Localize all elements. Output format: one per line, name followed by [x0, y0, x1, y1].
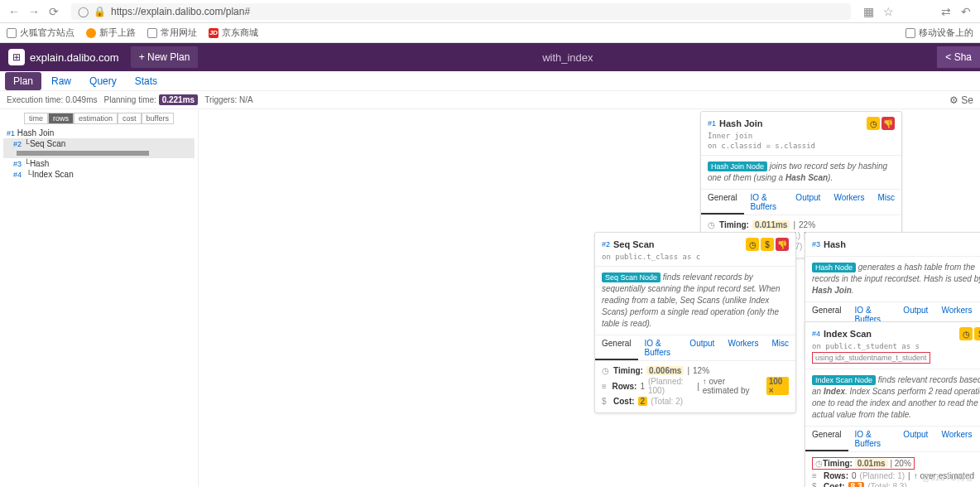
star-icon[interactable]: ☆: [881, 4, 896, 19]
filter-estimation[interactable]: estimation: [74, 113, 118, 124]
plan-time: Planning time: 0.221ms: [104, 95, 199, 104]
dollar-icon: $: [812, 482, 820, 487]
filter-buttons: time rows estimation cost buffers: [3, 113, 195, 124]
node-title: Hash Join: [719, 118, 763, 128]
folder-icon: [906, 28, 915, 38]
node-tab-workers[interactable]: Workers: [827, 190, 871, 215]
node-title: Seq Scan: [613, 239, 655, 249]
folder-icon: [147, 28, 157, 38]
tree-seq-scan[interactable]: #2 └Seq Scan: [3, 138, 195, 158]
app-header: ⊞ explain.dalibo.com + New Plan with_ind…: [0, 43, 980, 71]
filter-time[interactable]: time: [24, 113, 48, 124]
node-tab-output[interactable]: Output: [896, 427, 934, 451]
address-bar[interactable]: ◯ 🔒 https://explain.dalibo.com/plan#: [71, 3, 851, 20]
node-tab-workers[interactable]: Workers: [934, 427, 978, 451]
node-title: Index Scan: [824, 329, 872, 339]
reader-icon[interactable]: ▦: [861, 4, 876, 19]
filter-rows[interactable]: rows: [48, 113, 74, 124]
tab-raw[interactable]: Raw: [43, 72, 79, 90]
node-tab-output[interactable]: Output: [789, 190, 827, 215]
node-tab-misc[interactable]: Misc: [765, 335, 795, 360]
node-description: Hash Join Node joins two record sets by …: [701, 156, 901, 189]
node-tab-io[interactable]: IO & Buffers: [638, 335, 684, 360]
tree-index-scan[interactable]: #4 └Index Scan: [3, 169, 195, 180]
forward-button[interactable]: →: [26, 4, 41, 19]
sync-icon[interactable]: ⇄: [939, 4, 954, 19]
node-seq-scan[interactable]: #2 Seq Scan ◷ $ 👎 on public.t_class as c…: [594, 232, 796, 413]
node-description: Seq Scan Node finds relevant records by …: [595, 267, 795, 335]
watermark: @51CTO博客: [922, 472, 973, 484]
thumbs-down-icon: 👎: [776, 238, 789, 251]
clock-icon: ◷: [746, 238, 759, 251]
jd-icon: JD: [209, 28, 219, 38]
node-description: Index Scan Node finds relevant records b…: [805, 369, 980, 426]
plan-title: with_index: [198, 51, 937, 64]
clock-icon: ◷: [959, 327, 973, 340]
firefox-icon: [86, 28, 96, 38]
dollar-icon: $: [602, 397, 610, 406]
back-button[interactable]: ←: [7, 4, 22, 19]
bookmarks-bar: 火狐官方站点 新手上路 常用网址 JD京东商城 移动设备上的: [0, 23, 980, 43]
tree-hash[interactable]: #3 └Hash: [3, 158, 195, 169]
dollar-icon: $: [974, 327, 980, 340]
node-tab-general[interactable]: General: [805, 427, 848, 451]
rows-icon: ≡: [812, 471, 820, 480]
tab-query[interactable]: Query: [81, 72, 125, 90]
new-plan-button[interactable]: + New Plan: [131, 46, 199, 68]
sidebar: time rows estimation cost buffers #1 Has…: [0, 109, 199, 487]
app-logo[interactable]: ⊞ explain.dalibo.com: [0, 49, 127, 65]
folder-icon: [7, 28, 17, 38]
reload-button[interactable]: ⟳: [46, 4, 61, 19]
node-tab-workers[interactable]: Workers: [721, 335, 765, 360]
view-tabs: Plan Raw Query Stats: [0, 71, 980, 91]
filter-cost[interactable]: cost: [118, 113, 142, 124]
node-tab-general[interactable]: General: [595, 335, 638, 360]
settings-button[interactable]: ⚙ Se: [949, 94, 973, 106]
clock-icon: ◷: [867, 117, 880, 130]
lock-icon: 🔒: [94, 6, 106, 17]
thumbs-down-icon: 👎: [882, 117, 895, 130]
clock-icon: ◷: [708, 220, 716, 229]
browser-toolbar: ← → ⟳ ◯ 🔒 https://explain.dalibo.com/pla…: [0, 0, 980, 23]
progress-bar: [17, 151, 149, 156]
rows-icon: ≡: [602, 382, 608, 391]
node-tab-misc[interactable]: Misc: [871, 190, 901, 215]
node-tab-io[interactable]: IO & Buffers: [744, 190, 790, 215]
shield-icon: ◯: [78, 6, 89, 17]
node-tab-io[interactable]: IO & Buffers: [848, 427, 897, 451]
highlighted-index: using idx_studentname_t_student: [812, 352, 930, 364]
bookmark-newbie[interactable]: 新手上路: [86, 27, 136, 39]
plan-canvas[interactable]: #1 Hash Join ◷ 👎 Inner join on c.classid…: [199, 109, 980, 487]
bookmark-common[interactable]: 常用网址: [147, 27, 197, 39]
bookmark-mobile[interactable]: 移动设备上的: [906, 27, 973, 39]
node-index-scan[interactable]: #4 Index Scan ◷ $ 👎 on public.t_student …: [805, 321, 980, 487]
exec-time: Execution time: 0.049ms: [7, 95, 98, 104]
clock-icon: ◷: [815, 459, 823, 468]
clock-icon: ◷: [602, 366, 610, 375]
dalibo-icon: ⊞: [8, 49, 25, 65]
node-tab-output[interactable]: Output: [683, 335, 721, 360]
url-text: https://explain.dalibo.com/plan#: [111, 6, 250, 17]
tab-plan[interactable]: Plan: [5, 72, 41, 90]
highlighted-timing: ◷Timing: 0.01ms | 20%: [812, 457, 915, 470]
triggers: Triggers: N/A: [204, 95, 253, 104]
node-tab-general[interactable]: General: [701, 190, 744, 215]
back-alt-icon[interactable]: ↶: [958, 4, 973, 19]
node-description: Hash Node generates a hash table from th…: [805, 257, 980, 301]
stats-bar: Execution time: 0.049ms Planning time: 0…: [0, 91, 980, 109]
tab-stats[interactable]: Stats: [127, 72, 166, 90]
share-button[interactable]: < Sha: [937, 46, 980, 68]
filter-buffers[interactable]: buffers: [142, 113, 174, 124]
bookmark-jd[interactable]: JD京东商城: [209, 27, 258, 39]
dollar-icon: $: [761, 238, 774, 251]
node-title: Hash: [824, 239, 846, 249]
tree-hash-join[interactable]: #1 Hash Join: [3, 128, 195, 138]
bookmark-firefox-official[interactable]: 火狐官方站点: [7, 27, 74, 39]
